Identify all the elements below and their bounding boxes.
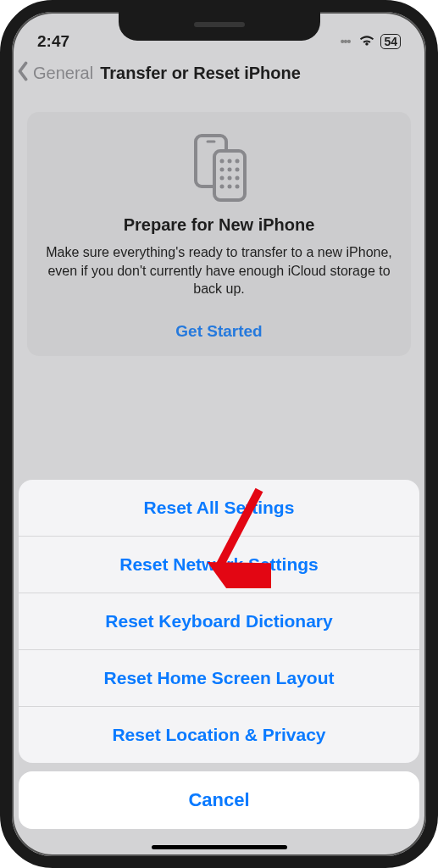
reset-network-settings-button[interactable]: Reset Network Settings <box>19 536 419 593</box>
action-sheet: Reset All Settings Reset Network Setting… <box>19 480 419 829</box>
cancel-button[interactable]: Cancel <box>19 771 419 829</box>
action-sheet-group: Reset All Settings Reset Network Setting… <box>19 480 419 763</box>
notch <box>119 12 320 41</box>
reset-keyboard-dictionary-button[interactable]: Reset Keyboard Dictionary <box>19 593 419 649</box>
reset-location-privacy-button[interactable]: Reset Location & Privacy <box>19 706 419 763</box>
reset-all-settings-button[interactable]: Reset All Settings <box>19 480 419 536</box>
device-frame: 2:47 ••• 54 General Transfer or Reset iP… <box>0 0 438 868</box>
home-indicator[interactable] <box>152 845 287 849</box>
reset-home-screen-layout-button[interactable]: Reset Home Screen Layout <box>19 649 419 706</box>
